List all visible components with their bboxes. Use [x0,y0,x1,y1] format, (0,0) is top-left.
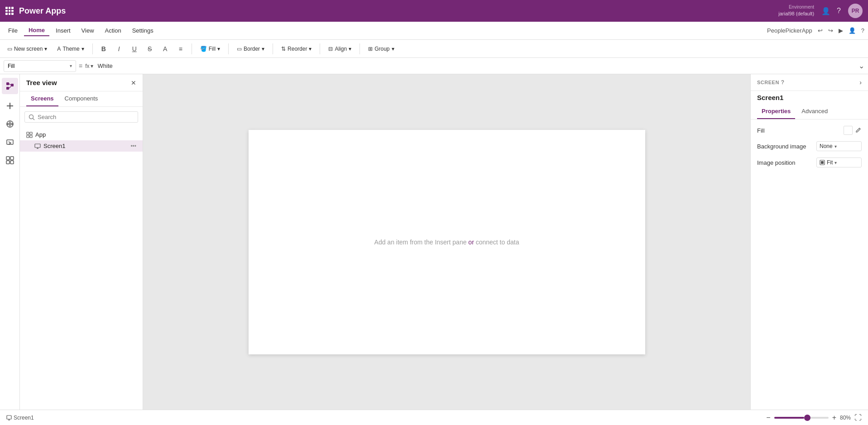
underline-button[interactable]: U [128,43,141,55]
formula-selector-chevron: ▾ [70,63,72,68]
reorder-button[interactable]: ⇅ Reorder ▾ [278,44,315,54]
tab-properties[interactable]: Properties [757,104,795,119]
screen-name-display: Screen1 [751,91,868,104]
formula-expand-icon[interactable]: ⌄ [858,62,864,70]
play-icon[interactable]: ▶ [839,27,843,34]
toolbar-divider-1 [92,43,93,54]
font-size-button[interactable]: A [159,43,172,55]
redo-icon[interactable]: ↪ [828,27,833,34]
fx-chevron: ▾ [91,63,93,69]
bg-image-select[interactable]: None ▾ [816,141,862,151]
svg-rect-17 [30,132,32,134]
account-icon[interactable]: 👤 [849,27,856,34]
border-icon: ▭ [237,46,242,52]
status-screen-icon [6,415,12,420]
formula-selector[interactable]: Fill ▾ [4,60,76,72]
bg-image-label: Background image [757,143,806,150]
fill-button[interactable]: 🪣 Fill ▾ [197,44,224,54]
expand-canvas-button[interactable]: ⛶ [854,414,862,422]
align-icon: ⊟ [328,46,333,52]
search-box [24,111,138,123]
formula-input[interactable] [96,60,856,72]
menu-insert[interactable]: Insert [51,25,75,36]
image-position-label: Image position [757,159,796,166]
screen-help-icon[interactable]: ? [781,79,785,86]
italic-button[interactable]: I [113,43,125,55]
title-bar-left: Power Apps [5,6,66,16]
tree-item-screen1[interactable]: Screen1 ••• [20,140,143,152]
zoom-minus-button[interactable]: − [766,414,770,422]
sidebar-tree-view-icon[interactable] [2,78,18,94]
new-screen-button[interactable]: ▭ New screen ▾ [4,44,51,54]
zoom-value: 80% [840,415,851,421]
sidebar-components-icon[interactable] [2,152,18,168]
screen1-actions[interactable]: ••• [130,143,136,149]
bold-button[interactable]: B [97,43,110,55]
svg-line-4 [9,86,11,88]
formula-equals: = [79,62,82,70]
canvas-frame[interactable]: Add an item from the Insert pane or conn… [249,130,645,354]
border-button[interactable]: ▭ Border ▾ [233,44,268,54]
screen-icon [34,143,41,149]
formula-bar: Fill ▾ = fx ▾ ⌄ [0,58,868,74]
menu-action[interactable]: Action [101,25,126,36]
theme-icon: A [57,46,61,52]
panel-collapse-arrow[interactable]: › [859,79,862,86]
properties-content: Fill Background image None ▾ Image posit… [751,119,868,174]
fill-label: Fill [757,127,765,134]
zoom-slider[interactable] [774,417,829,419]
zoom-plus-button[interactable]: + [832,414,836,422]
svg-rect-0 [6,82,9,85]
tree-close-button[interactable]: ✕ [131,79,136,86]
menu-settings[interactable]: Settings [128,25,158,36]
new-screen-chevron: ▾ [44,46,47,52]
tree-item-app[interactable]: App [20,129,143,140]
tab-advanced[interactable]: Advanced [797,104,832,119]
formula-fx[interactable]: fx ▾ [85,63,93,69]
group-button[interactable]: ⊞ Group ▾ [364,44,398,54]
sidebar-data-icon[interactable] [2,116,18,132]
status-screen-name: Screen1 [14,415,34,421]
fit-icon [820,160,825,165]
svg-rect-11 [10,157,14,160]
image-position-select[interactable]: Fit ▾ [816,158,862,167]
search-input[interactable] [38,114,134,120]
prop-image-position-row: Image position Fit ▾ [757,158,862,167]
image-pos-chevron: ▾ [834,160,837,165]
app-icon [26,132,33,138]
toolbar-divider-5 [320,43,320,54]
toolbar-divider-6 [360,43,360,54]
fill-color-swatch[interactable] [844,126,853,135]
fill-icon: 🪣 [200,46,207,52]
menu-view[interactable]: View [77,25,99,36]
right-panel: SCREEN ? › Screen1 Properties Advanced F… [750,74,868,410]
align-button[interactable]: ⊟ Align ▾ [325,44,355,54]
help-menu-icon[interactable]: ? [861,27,864,34]
tab-screens[interactable]: Screens [26,91,58,106]
canvas-area: Add an item from the Insert pane or conn… [143,74,750,410]
prop-bg-image-row: Background image None ▾ [757,141,862,151]
menu-file[interactable]: File [4,25,22,36]
screen-section-label: SCREEN ? [757,79,785,86]
tab-components[interactable]: Components [60,91,103,106]
menu-home[interactable]: Home [24,25,49,36]
svg-line-15 [33,118,35,120]
svg-rect-20 [35,144,40,148]
svg-rect-18 [27,135,29,138]
text-align-button[interactable]: ≡ [174,43,187,55]
strikethrough-button[interactable]: S [144,43,156,55]
env-name: jarial98 (default) [778,10,814,17]
sidebar-media-icon[interactable] [2,134,18,150]
fill-edit-icon[interactable] [854,127,862,134]
sidebar-add-icon[interactable] [2,98,18,114]
user-avatar[interactable]: PR [848,4,863,18]
zoom-track-fill [774,417,804,419]
app-grid-icon[interactable] [5,7,14,15]
svg-rect-16 [27,132,29,134]
theme-button[interactable]: A Theme ▾ [53,44,87,54]
svg-rect-25 [7,415,11,419]
group-icon: ⊞ [368,46,373,52]
user-profile-icon[interactable]: 👤 [821,7,830,15]
undo-icon[interactable]: ↩ [818,27,823,34]
help-icon[interactable]: ? [837,7,841,15]
